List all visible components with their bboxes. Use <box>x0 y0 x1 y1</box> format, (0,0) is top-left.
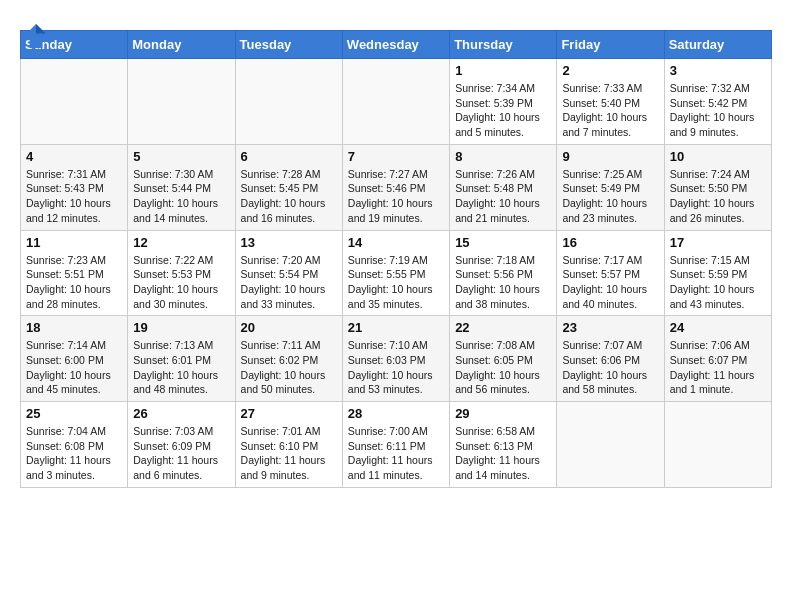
calendar-cell <box>557 402 664 488</box>
day-info: Sunrise: 7:19 AMSunset: 5:55 PMDaylight:… <box>348 253 444 312</box>
calendar-cell <box>21 59 128 145</box>
day-number: 18 <box>26 320 122 335</box>
calendar-cell <box>128 59 235 145</box>
calendar-week-row: 1Sunrise: 7:34 AMSunset: 5:39 PMDaylight… <box>21 59 772 145</box>
calendar-cell <box>342 59 449 145</box>
day-number: 7 <box>348 149 444 164</box>
day-number: 12 <box>133 235 229 250</box>
day-of-week-header: Saturday <box>664 31 771 59</box>
day-number: 13 <box>241 235 337 250</box>
day-info: Sunrise: 7:06 AMSunset: 6:07 PMDaylight:… <box>670 338 766 397</box>
day-number: 28 <box>348 406 444 421</box>
day-info: Sunrise: 7:01 AMSunset: 6:10 PMDaylight:… <box>241 424 337 483</box>
day-info: Sunrise: 7:08 AMSunset: 6:05 PMDaylight:… <box>455 338 551 397</box>
day-number: 1 <box>455 63 551 78</box>
day-info: Sunrise: 7:25 AMSunset: 5:49 PMDaylight:… <box>562 167 658 226</box>
day-info: Sunrise: 7:00 AMSunset: 6:11 PMDaylight:… <box>348 424 444 483</box>
day-number: 19 <box>133 320 229 335</box>
day-number: 17 <box>670 235 766 250</box>
day-number: 16 <box>562 235 658 250</box>
day-info: Sunrise: 7:04 AMSunset: 6:08 PMDaylight:… <box>26 424 122 483</box>
calendar-cell: 4Sunrise: 7:31 AMSunset: 5:43 PMDaylight… <box>21 144 128 230</box>
calendar-cell: 10Sunrise: 7:24 AMSunset: 5:50 PMDayligh… <box>664 144 771 230</box>
day-number: 6 <box>241 149 337 164</box>
day-number: 22 <box>455 320 551 335</box>
day-info: Sunrise: 7:24 AMSunset: 5:50 PMDaylight:… <box>670 167 766 226</box>
calendar-cell: 19Sunrise: 7:13 AMSunset: 6:01 PMDayligh… <box>128 316 235 402</box>
day-number: 21 <box>348 320 444 335</box>
calendar-cell: 24Sunrise: 7:06 AMSunset: 6:07 PMDayligh… <box>664 316 771 402</box>
calendar-cell: 5Sunrise: 7:30 AMSunset: 5:44 PMDaylight… <box>128 144 235 230</box>
day-number: 10 <box>670 149 766 164</box>
day-number: 24 <box>670 320 766 335</box>
calendar-cell: 16Sunrise: 7:17 AMSunset: 5:57 PMDayligh… <box>557 230 664 316</box>
day-info: Sunrise: 7:20 AMSunset: 5:54 PMDaylight:… <box>241 253 337 312</box>
day-number: 15 <box>455 235 551 250</box>
calendar-cell: 3Sunrise: 7:32 AMSunset: 5:42 PMDaylight… <box>664 59 771 145</box>
day-number: 9 <box>562 149 658 164</box>
day-of-week-header: Thursday <box>450 31 557 59</box>
day-number: 26 <box>133 406 229 421</box>
day-number: 25 <box>26 406 122 421</box>
day-info: Sunrise: 6:58 AMSunset: 6:13 PMDaylight:… <box>455 424 551 483</box>
day-info: Sunrise: 7:22 AMSunset: 5:53 PMDaylight:… <box>133 253 229 312</box>
day-info: Sunrise: 7:27 AMSunset: 5:46 PMDaylight:… <box>348 167 444 226</box>
calendar-cell: 7Sunrise: 7:27 AMSunset: 5:46 PMDaylight… <box>342 144 449 230</box>
calendar-table: SundayMondayTuesdayWednesdayThursdayFrid… <box>20 30 772 488</box>
calendar-cell: 13Sunrise: 7:20 AMSunset: 5:54 PMDayligh… <box>235 230 342 316</box>
day-number: 8 <box>455 149 551 164</box>
day-info: Sunrise: 7:28 AMSunset: 5:45 PMDaylight:… <box>241 167 337 226</box>
calendar-header-row: SundayMondayTuesdayWednesdayThursdayFrid… <box>21 31 772 59</box>
calendar-body: 1Sunrise: 7:34 AMSunset: 5:39 PMDaylight… <box>21 59 772 488</box>
day-of-week-header: Tuesday <box>235 31 342 59</box>
day-info: Sunrise: 7:18 AMSunset: 5:56 PMDaylight:… <box>455 253 551 312</box>
calendar-cell <box>664 402 771 488</box>
day-info: Sunrise: 7:17 AMSunset: 5:57 PMDaylight:… <box>562 253 658 312</box>
calendar-week-row: 25Sunrise: 7:04 AMSunset: 6:08 PMDayligh… <box>21 402 772 488</box>
day-info: Sunrise: 7:31 AMSunset: 5:43 PMDaylight:… <box>26 167 122 226</box>
day-of-week-header: Friday <box>557 31 664 59</box>
calendar-cell: 26Sunrise: 7:03 AMSunset: 6:09 PMDayligh… <box>128 402 235 488</box>
logo-icon <box>20 20 52 52</box>
day-number: 20 <box>241 320 337 335</box>
calendar-cell: 8Sunrise: 7:26 AMSunset: 5:48 PMDaylight… <box>450 144 557 230</box>
svg-marker-1 <box>36 24 46 34</box>
calendar-cell: 29Sunrise: 6:58 AMSunset: 6:13 PMDayligh… <box>450 402 557 488</box>
calendar-cell: 17Sunrise: 7:15 AMSunset: 5:59 PMDayligh… <box>664 230 771 316</box>
day-info: Sunrise: 7:10 AMSunset: 6:03 PMDaylight:… <box>348 338 444 397</box>
day-info: Sunrise: 7:07 AMSunset: 6:06 PMDaylight:… <box>562 338 658 397</box>
day-of-week-header: Wednesday <box>342 31 449 59</box>
day-info: Sunrise: 7:11 AMSunset: 6:02 PMDaylight:… <box>241 338 337 397</box>
day-number: 2 <box>562 63 658 78</box>
day-info: Sunrise: 7:14 AMSunset: 6:00 PMDaylight:… <box>26 338 122 397</box>
calendar-cell: 27Sunrise: 7:01 AMSunset: 6:10 PMDayligh… <box>235 402 342 488</box>
calendar-cell: 15Sunrise: 7:18 AMSunset: 5:56 PMDayligh… <box>450 230 557 316</box>
day-info: Sunrise: 7:03 AMSunset: 6:09 PMDaylight:… <box>133 424 229 483</box>
calendar-week-row: 11Sunrise: 7:23 AMSunset: 5:51 PMDayligh… <box>21 230 772 316</box>
day-number: 4 <box>26 149 122 164</box>
logo <box>20 20 56 52</box>
day-info: Sunrise: 7:34 AMSunset: 5:39 PMDaylight:… <box>455 81 551 140</box>
day-info: Sunrise: 7:23 AMSunset: 5:51 PMDaylight:… <box>26 253 122 312</box>
calendar-cell: 2Sunrise: 7:33 AMSunset: 5:40 PMDaylight… <box>557 59 664 145</box>
calendar-cell <box>235 59 342 145</box>
calendar-cell: 1Sunrise: 7:34 AMSunset: 5:39 PMDaylight… <box>450 59 557 145</box>
calendar-cell: 25Sunrise: 7:04 AMSunset: 6:08 PMDayligh… <box>21 402 128 488</box>
days-of-week-row: SundayMondayTuesdayWednesdayThursdayFrid… <box>21 31 772 59</box>
calendar-cell: 18Sunrise: 7:14 AMSunset: 6:00 PMDayligh… <box>21 316 128 402</box>
day-number: 5 <box>133 149 229 164</box>
day-number: 11 <box>26 235 122 250</box>
calendar-cell: 20Sunrise: 7:11 AMSunset: 6:02 PMDayligh… <box>235 316 342 402</box>
calendar-cell: 22Sunrise: 7:08 AMSunset: 6:05 PMDayligh… <box>450 316 557 402</box>
calendar-cell: 9Sunrise: 7:25 AMSunset: 5:49 PMDaylight… <box>557 144 664 230</box>
day-number: 23 <box>562 320 658 335</box>
day-info: Sunrise: 7:33 AMSunset: 5:40 PMDaylight:… <box>562 81 658 140</box>
day-number: 27 <box>241 406 337 421</box>
calendar-week-row: 18Sunrise: 7:14 AMSunset: 6:00 PMDayligh… <box>21 316 772 402</box>
calendar-cell: 23Sunrise: 7:07 AMSunset: 6:06 PMDayligh… <box>557 316 664 402</box>
day-info: Sunrise: 7:32 AMSunset: 5:42 PMDaylight:… <box>670 81 766 140</box>
calendar-cell: 28Sunrise: 7:00 AMSunset: 6:11 PMDayligh… <box>342 402 449 488</box>
day-number: 29 <box>455 406 551 421</box>
day-of-week-header: Monday <box>128 31 235 59</box>
calendar-cell: 6Sunrise: 7:28 AMSunset: 5:45 PMDaylight… <box>235 144 342 230</box>
